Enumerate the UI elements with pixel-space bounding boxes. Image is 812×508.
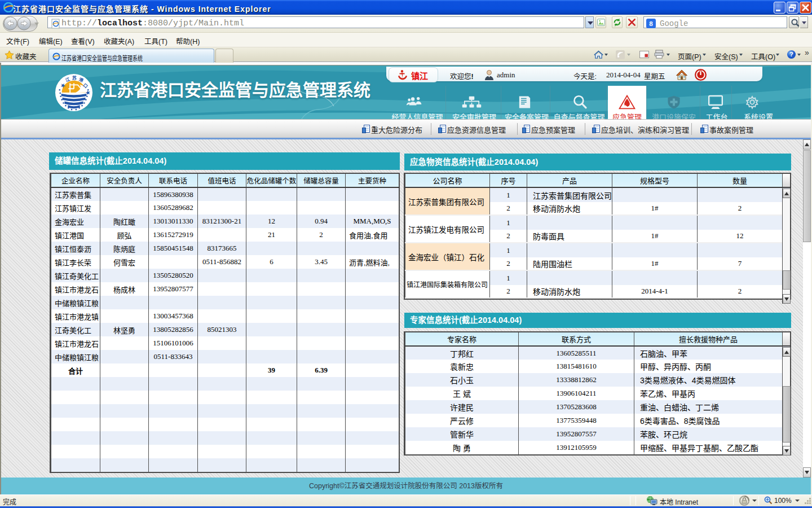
svg-text:苏: 苏 [72, 75, 77, 81]
svg-text:?: ? [789, 51, 793, 58]
